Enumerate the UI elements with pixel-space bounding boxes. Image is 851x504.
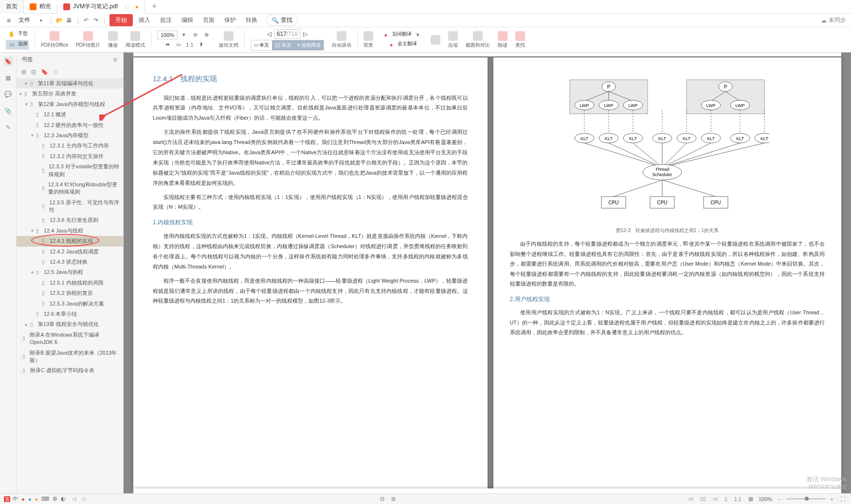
menu-convert[interactable]: 转换 [242,14,261,26]
bm-12-3-2[interactable]: ▯12.3.2 内存间交互操作 [17,151,123,162]
ime-kbd-icon[interactable]: ⌨ [40,496,50,502]
sb-zoom-in-icon[interactable]: + [829,496,835,502]
bm-part5[interactable]: ▾▯第五部分 高效并发 [17,89,123,99]
sync-status[interactable]: ☁未同步 [821,16,846,24]
tab-close-icon[interactable]: ● [135,3,139,10]
text-extract-button[interactable] [428,28,443,51]
continuous-read-button[interactable]: ≡ 连续阅读 [294,40,324,50]
hand-tool-icon[interactable]: ✋ [7,30,17,39]
bm-12-2[interactable]: ▯12.2 硬件的效率与一致性 [17,120,123,130]
auto-scroll-button[interactable]: 自动滚动 [329,28,354,51]
bm-12-1[interactable]: ▯12.1 概述 [17,109,123,120]
bm-appC[interactable]: ▯附录C 虚拟机字节码指令表 [17,365,123,376]
sb-view1-icon[interactable]: ▭ [687,496,695,502]
bm-12-4-1[interactable]: ▯12.4.1 线程的实现 [17,236,123,246]
menu-dropdown-icon[interactable]: ▾ [36,16,46,25]
bm-tool-collapse-icon[interactable]: ⊟ [31,69,36,75]
bm-tool-star-icon[interactable]: ☆ [53,69,58,75]
bm-appA[interactable]: ▯附录A 在Windows系统下编译OpenJDK 6 [17,330,123,348]
huaci-label[interactable]: 划词翻译 [392,31,412,39]
single-page-button[interactable]: ▭ 单页 [251,40,272,50]
search-box[interactable]: 🔍查找 [266,15,298,26]
ime-set-icon[interactable]: ⚙ [52,496,58,502]
fit-page-icon[interactable]: ▭ [174,40,183,49]
sb-zoom-out-icon[interactable]: − [776,496,782,502]
tab-active-document[interactable]: JVM学习笔记.pdf⬡● [57,0,145,14]
sb-view3-icon[interactable]: ▭ [711,496,719,502]
bm-12-3-3[interactable]: ▯12.3.3 对于volatile型变量的特殊规则 [17,162,123,180]
read-mode-button[interactable]: 阅读模式 [123,28,148,51]
bm-12-4-3[interactable]: ▯12.4.3 状态转换 [17,257,123,267]
print-icon[interactable]: 🖶 [65,17,73,24]
bm-ch11[interactable]: ▸▯第11章 后端编译与优化 [17,78,123,89]
fit-height-icon[interactable]: ⬍ [196,40,206,49]
hamburger-icon[interactable]: ≡ [5,17,13,24]
menu-annotate[interactable]: 批注 [156,14,176,26]
bm-12-3-5[interactable]: ▯12.3.5 原子性、可见性与有序性 [17,198,123,216]
tab-pin-icon[interactable]: ⬡ [125,3,129,10]
fulltrans-label[interactable]: 全文翻译 [398,40,417,49]
bm-12-4-2[interactable]: ▯12.4.2 Java线程调度 [17,247,123,257]
tab-daoke[interactable]: 稻壳 [24,0,57,14]
bm-12-5[interactable]: ▾▯12.5 Java与协程 [17,267,123,277]
sb-1to1-icon[interactable]: 1:1 [733,496,743,502]
bookmark-tree[interactable]: ▸▯第11章 后端编译与优化 ▾▯第五部分 高效并发 ▾▯第12章 Java内存… [17,77,123,493]
bm-tool-expand-icon[interactable]: ⊞ [21,69,26,75]
bm-12-5-3[interactable]: ▯12.5.3 Java的解决方案 [17,299,123,309]
zoom-in-icon[interactable]: ⊕ [201,31,211,39]
open-folder-icon[interactable]: 📂 [55,17,63,24]
actual-size-icon[interactable]: 1:1 [185,40,195,49]
search-tool-button[interactable]: 查找 [512,28,528,51]
huaci-icon[interactable]: ● [381,31,391,39]
sb-expand-icon[interactable]: ⊞ [390,496,397,502]
zoom-value[interactable]: 100% [157,31,178,39]
bm-12-3-4[interactable]: ▯12.3.4 针对long和double型变量的特殊规则 [17,180,123,198]
sb-grid-icon[interactable]: ▦ [747,496,755,502]
menu-edit[interactable]: 编辑 [178,14,197,26]
menu-insert[interactable]: 插入 [135,14,154,26]
zoom-out-icon[interactable]: ⊖ [190,31,200,39]
bm-12-5-1[interactable]: ▯12.5.1 内核线程的局限 [17,278,123,288]
bm-ch13[interactable]: ▸▯第13章 线程安全与锁优化 [17,319,123,329]
comment-rail-icon[interactable]: 💬 [3,90,13,99]
new-tab-button[interactable]: + [145,1,164,12]
crop-compare-button[interactable]: 截图和对比 [463,28,493,51]
undo-icon[interactable]: ↶ [82,17,90,24]
page-current[interactable]: 617 [277,31,287,37]
read-aloud-button[interactable]: 朗读 [495,28,510,51]
bm-12-3[interactable]: ▾▯12.3 Java内存模型 [17,130,123,141]
zoom-dropdown-icon[interactable]: ▾ [179,31,189,39]
bm-12-3-6[interactable]: ▯12.3.6 先行发生原则 [17,215,123,225]
bookmark-close-icon[interactable]: ✕ [112,56,118,64]
ime-smile-icon[interactable]: ● [34,496,39,502]
sb-view4-icon[interactable]: ▯ [723,496,729,502]
bm-12-3-1[interactable]: ▯12.3.1 主内存与工作内存 [17,141,123,151]
menu-file[interactable]: 文件 [15,14,34,26]
bm-tool-add-icon[interactable]: 🔖 [41,69,48,75]
bm-appB[interactable]: ▯附录B 展望Java技术的未来（2013年版） [17,348,123,366]
ime-indicator[interactable]: S 中 ● ● ● ⌨ ⚙ ◐ [4,495,67,503]
background-button[interactable]: 背景 [361,28,376,51]
pdf-to-office-button[interactable]: PDF转Office [38,28,71,51]
ime-punct-icon[interactable]: ● [20,496,26,502]
menu-start[interactable]: 开始 [109,14,133,26]
tab-home[interactable]: 首页 [0,0,24,14]
compress-button[interactable]: 压缩 [445,28,461,51]
edit-rail-icon[interactable]: ✎ [3,123,13,132]
redo-icon[interactable]: ↷ [92,17,100,24]
bm-12-6[interactable]: ▯12.6 本章小结 [17,309,123,319]
bm-12-4[interactable]: ▾▯12.4 Java与线程 [17,226,123,236]
sb-fullscreen-icon[interactable]: ⛶ [839,496,847,502]
menu-protect[interactable]: 保护 [220,14,240,26]
bookmark-rail-icon[interactable]: 🔖 [3,56,13,66]
thumbnail-rail-icon[interactable]: ▦ [3,73,13,83]
select-tool-icon[interactable]: ▭ [7,40,17,49]
play-button[interactable]: 播放 [105,28,121,51]
zoom-slider[interactable] [786,498,825,500]
bm-12-5-2[interactable]: ▯12.5.2 协程的复苏 [17,288,123,298]
document-viewer[interactable]: 12.4.1 线程的实现 我们知道，线程是比进程更轻量级的调度执行单位，线程的引… [124,53,851,493]
prev-page-icon[interactable]: ◁ [267,31,272,37]
sb-view2-icon[interactable]: ▯▯ [699,496,707,502]
sb-nav-left-icon[interactable]: ◁ [71,496,77,502]
attachment-rail-icon[interactable]: 📎 [3,106,13,116]
